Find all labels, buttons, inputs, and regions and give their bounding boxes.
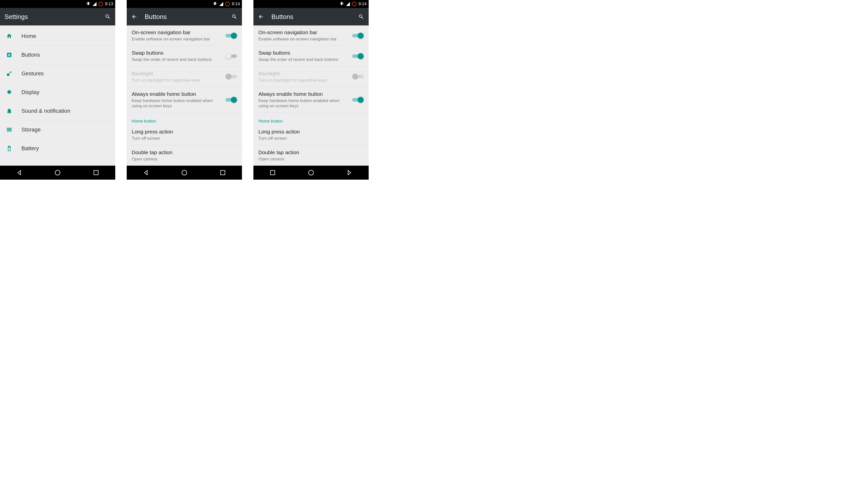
row-title: On-screen navigation bar (132, 29, 221, 35)
nav-home[interactable] (308, 170, 314, 176)
settings-item-battery[interactable]: Battery (0, 139, 115, 158)
toggle-onscreen-nav[interactable] (352, 32, 364, 39)
row-title: On-screen navigation bar (258, 29, 348, 35)
row-swap-buttons[interactable]: Swap buttons Swap the order of recent an… (127, 46, 242, 66)
row-subtitle: Enable software on-screen navigation bar (132, 36, 221, 42)
back-icon[interactable] (258, 14, 264, 20)
nav-recent[interactable] (269, 170, 276, 176)
nav-bar-swapped (253, 166, 369, 180)
row-onscreen-nav[interactable]: On-screen navigation bar Enable software… (253, 25, 369, 46)
toggle-onscreen-nav[interactable] (225, 32, 237, 39)
settings-item-home[interactable]: Home (0, 27, 115, 46)
toggle-always-home[interactable] (225, 96, 237, 103)
row-subtitle: Keep hardware home button enabled when u… (258, 98, 348, 109)
row-subtitle: Open camera (132, 156, 237, 162)
row-always-home[interactable]: Always enable home button Keep hardware … (253, 87, 369, 113)
signal-icon (346, 2, 350, 6)
vibrate-icon (86, 1, 91, 7)
row-title: Swap buttons (258, 50, 348, 56)
ring-icon (98, 2, 103, 6)
display-icon (5, 89, 13, 96)
svg-point-11 (309, 170, 313, 175)
status-bar: 9:13 (0, 0, 115, 8)
row-double-tap[interactable]: Double tap action Open camera (127, 145, 242, 166)
toggle-always-home[interactable] (352, 96, 364, 103)
row-subtitle: Turn on backlight for capacitive keys (132, 78, 221, 83)
settings-item-sound[interactable]: Sound & notification (0, 102, 115, 120)
page-title: Buttons (271, 13, 351, 21)
search-icon[interactable] (358, 14, 364, 20)
row-long-press[interactable]: Long press action Turn off screen (127, 125, 242, 145)
signal-icon (219, 2, 223, 6)
nav-home[interactable] (54, 170, 61, 176)
search-icon[interactable] (231, 14, 238, 20)
nav-back[interactable] (143, 170, 149, 176)
row-swap-buttons[interactable]: Swap buttons Swap the order of recent an… (253, 46, 369, 66)
content: On-screen navigation bar Enable software… (127, 25, 242, 166)
battery-icon (5, 145, 13, 152)
nav-recent[interactable] (219, 170, 226, 176)
settings-item-label: Home (22, 33, 36, 39)
signal-icon (93, 2, 96, 6)
settings-item-label: Buttons (22, 52, 40, 58)
settings-list: Home B Buttons Gestures Display Sound & … (0, 25, 115, 158)
status-time: 9:13 (105, 1, 113, 6)
nav-back[interactable] (346, 170, 353, 176)
row-title: Double tap action (258, 149, 364, 155)
row-onscreen-nav[interactable]: On-screen navigation bar Enable software… (127, 25, 242, 46)
row-subtitle: Enable software on-screen navigation bar (258, 36, 348, 42)
settings-item-gestures[interactable]: Gestures (0, 64, 115, 83)
svg-rect-7 (94, 170, 98, 175)
settings-item-display[interactable]: Display (0, 83, 115, 101)
status-time: 9:14 (359, 1, 367, 6)
row-subtitle: Keep hardware home button enabled when u… (132, 98, 221, 109)
nav-recent[interactable] (93, 170, 99, 176)
page-title: Buttons (145, 13, 224, 21)
row-always-home[interactable]: Always enable home button Keep hardware … (127, 87, 242, 113)
back-icon[interactable] (131, 14, 137, 20)
svg-rect-3 (7, 128, 12, 128)
phone-buttons-2: 9:14 Buttons On-screen navigation bar En… (253, 0, 369, 180)
row-backlight: Backlight Turn on backlight for capaciti… (253, 67, 369, 87)
toggle-swap-buttons[interactable] (352, 53, 364, 59)
settings-item-buttons[interactable]: B Buttons (0, 46, 115, 64)
svg-point-8 (182, 170, 187, 175)
svg-point-6 (55, 170, 60, 175)
row-title: Long press action (258, 129, 364, 135)
nav-bar (0, 166, 115, 180)
svg-point-2 (7, 73, 9, 76)
toggle-backlight (352, 73, 364, 80)
svg-rect-10 (270, 170, 275, 175)
nav-bar (127, 166, 242, 180)
nav-back[interactable] (16, 170, 23, 176)
phone-settings: 9:13 Settings Home B Buttons Gestures (0, 0, 115, 180)
row-subtitle: Turn off screen (258, 136, 364, 141)
toggle-swap-buttons[interactable] (225, 53, 237, 59)
home-icon (5, 32, 13, 40)
status-bar: 9:14 (253, 0, 369, 8)
row-double-tap[interactable]: Double tap action Open camera (253, 145, 369, 166)
row-title: Double tap action (132, 149, 237, 155)
search-icon[interactable] (105, 14, 111, 20)
vibrate-icon (339, 1, 344, 7)
settings-item-label: Storage (22, 126, 41, 133)
row-title: Swap buttons (132, 50, 221, 56)
settings-item-label: Gestures (22, 70, 44, 77)
ring-icon (225, 2, 230, 6)
content: Home B Buttons Gestures Display Sound & … (0, 25, 115, 166)
svg-rect-4 (7, 129, 12, 130)
buttons-icon: B (5, 51, 13, 59)
row-long-press[interactable]: Long press action Turn off screen (253, 125, 369, 145)
settings-item-label: Battery (22, 145, 39, 152)
ring-icon (352, 2, 356, 6)
phone-buttons-1: 9:14 Buttons On-screen navigation bar En… (127, 0, 242, 180)
content: On-screen navigation bar Enable software… (253, 25, 369, 166)
row-subtitle: Swap the order of recent and back button… (258, 57, 348, 62)
action-bar: Buttons (127, 8, 242, 25)
nav-home[interactable] (181, 170, 188, 176)
settings-item-storage[interactable]: Storage (0, 120, 115, 139)
row-title: Backlight (258, 70, 348, 77)
status-bar: 9:14 (127, 0, 242, 8)
svg-rect-5 (7, 130, 12, 131)
section-header-home-button: Home button (253, 113, 369, 125)
